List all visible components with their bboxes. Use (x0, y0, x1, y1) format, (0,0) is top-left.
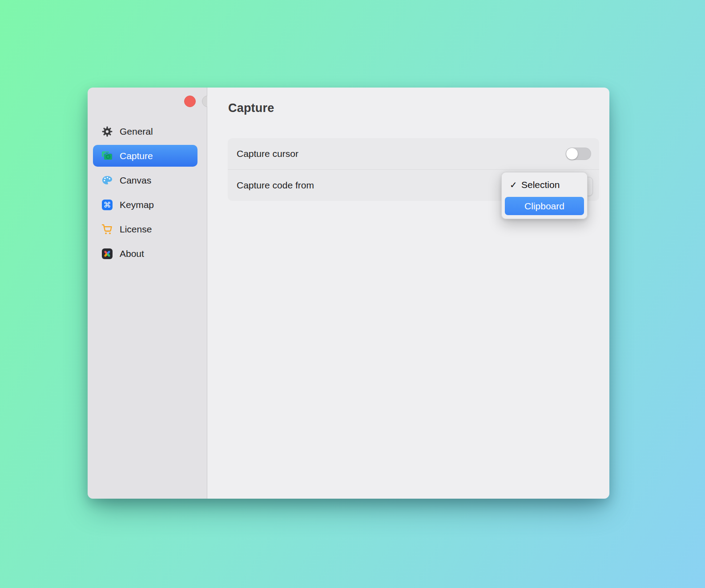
camera-icon (101, 150, 113, 162)
sidebar-nav: General Capture (88, 120, 207, 267)
menu-item-label: Clipboard (524, 201, 564, 212)
sidebar-item-label: Canvas (120, 175, 151, 186)
menu-item-selection[interactable]: ✓ Selection (505, 176, 584, 194)
palette-icon (101, 175, 113, 186)
cart-icon (101, 224, 113, 235)
command-icon: ⌘ (101, 199, 113, 211)
capture-code-from-menu: ✓ Selection Clipboard (501, 172, 588, 219)
checkmark-icon: ✓ (510, 180, 521, 190)
sidebar-item-label: Capture (120, 151, 153, 161)
page-title: Capture (228, 101, 274, 115)
main-content: Capture Capture cursor Capture code from (207, 88, 609, 499)
menu-item-clipboard[interactable]: Clipboard (505, 197, 584, 215)
gear-icon (101, 126, 113, 137)
settings-window: General Capture (88, 88, 609, 499)
setting-label: Capture code from (237, 180, 314, 191)
sidebar-item-label: Keymap (120, 200, 154, 210)
sidebar: General Capture (88, 88, 207, 499)
capture-cursor-toggle[interactable] (566, 148, 591, 160)
sidebar-item-keymap[interactable]: ⌘ Keymap (93, 194, 197, 216)
sidebar-item-license[interactable]: License (93, 218, 197, 240)
sidebar-item-label: About (120, 248, 144, 259)
sidebar-item-label: License (120, 224, 152, 235)
menu-item-label: Selection (521, 180, 560, 190)
sidebar-item-about[interactable]: About (93, 243, 197, 264)
sidebar-item-general[interactable]: General (93, 120, 197, 142)
close-button[interactable] (184, 96, 196, 107)
sidebar-item-canvas[interactable]: Canvas (93, 169, 197, 191)
sidebar-item-label: General (120, 126, 153, 137)
setting-row-capture-cursor: Capture cursor (228, 138, 599, 169)
toggle-knob (566, 148, 578, 160)
app-logo-icon (101, 248, 113, 260)
sidebar-item-capture[interactable]: Capture (93, 145, 197, 167)
setting-label: Capture cursor (237, 148, 298, 159)
